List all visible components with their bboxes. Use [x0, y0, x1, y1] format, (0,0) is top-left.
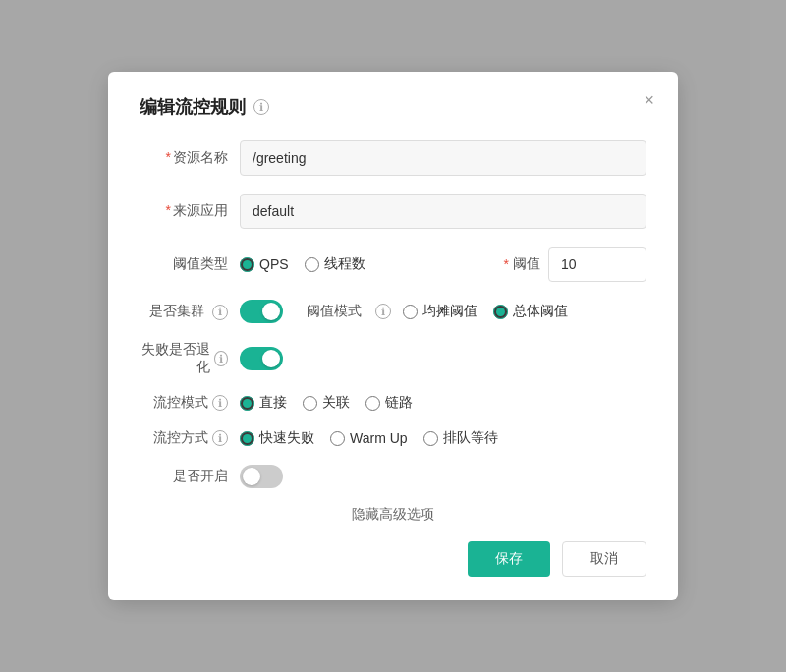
threshold-mode-avg[interactable]: 均摊阈值 — [403, 303, 477, 320]
cluster-toggle[interactable] — [240, 300, 283, 323]
source-app-label: *来源应用 — [140, 202, 228, 220]
enable-label: 是否开启 — [140, 468, 228, 485]
flow-mode-chain-radio[interactable] — [365, 396, 380, 411]
fallback-row: 失败是否退化 ℹ — [140, 341, 646, 376]
required-star: * — [166, 149, 171, 165]
threshold-type-row: 阈值类型 QPS 线程数 * 阈值 — [140, 247, 646, 282]
flow-mode-direct-radio[interactable] — [240, 396, 254, 411]
threshold-value-input[interactable] — [548, 247, 646, 282]
source-app-row: *来源应用 — [140, 194, 646, 229]
flow-mode-row: 流控模式 ℹ 直接 关联 链路 — [140, 394, 646, 412]
flow-effect-queue[interactable]: 排队等待 — [423, 429, 498, 447]
title-info-icon[interactable]: ℹ — [253, 99, 269, 115]
flow-effect-warm-up[interactable]: Warm Up — [330, 430, 408, 446]
cancel-button[interactable]: 取消 — [562, 541, 646, 577]
flow-effect-row: 流控方式 ℹ 快速失败 Warm Up 排队等待 — [140, 429, 646, 447]
cluster-toggle-track — [240, 300, 283, 323]
threshold-mode-total-radio[interactable] — [493, 305, 508, 319]
edit-flow-rule-dialog: 编辑流控规则 ℹ × *资源名称 *来源应用 阈值类型 — [108, 72, 678, 600]
resource-name-input[interactable] — [240, 140, 646, 176]
source-app-input[interactable] — [240, 194, 646, 229]
flow-effect-queue-radio[interactable] — [423, 431, 438, 446]
threshold-value-label: 阈值 — [513, 255, 540, 273]
threshold-mode-label: 阈值模式 — [307, 303, 362, 320]
resource-name-row: *资源名称 — [140, 140, 646, 176]
threshold-mode-group: 均摊阈值 总体阈值 — [403, 303, 568, 320]
dialog-overlay: 编辑流控规则 ℹ × *资源名称 *来源应用 阈值类型 — [0, 0, 786, 672]
flow-mode-chain[interactable]: 链路 — [365, 394, 413, 412]
enable-row: 是否开启 — [140, 465, 646, 488]
cluster-segment: 是否集群 ℹ — [140, 300, 283, 323]
threshold-mode-info-icon[interactable]: ℹ — [375, 304, 391, 319]
flow-effect-fast-fail-radio[interactable] — [240, 431, 254, 446]
threshold-type-thread-radio[interactable] — [305, 257, 319, 272]
close-button[interactable]: × — [644, 91, 654, 109]
save-button[interactable]: 保存 — [468, 541, 550, 577]
required-star-2: * — [166, 202, 171, 218]
threshold-type-label: 阈值类型 — [140, 255, 228, 273]
flow-mode-info-icon[interactable]: ℹ — [212, 395, 228, 411]
hide-advanced-link[interactable]: 隐藏高级选项 — [140, 506, 646, 524]
flow-effect-info-icon[interactable]: ℹ — [212, 430, 228, 446]
cluster-toggle-thumb — [262, 303, 280, 320]
flow-effect-warm-up-radio[interactable] — [330, 431, 345, 446]
fallback-label: 失败是否退化 ℹ — [140, 341, 228, 376]
flow-mode-label: 流控模式 ℹ — [140, 394, 228, 412]
threshold-type-qps[interactable]: QPS — [240, 256, 289, 272]
enable-toggle[interactable] — [240, 465, 283, 488]
flow-mode-direct[interactable]: 直接 — [240, 394, 287, 412]
flow-mode-related-radio[interactable] — [303, 396, 317, 411]
threshold-mode-avg-radio[interactable] — [403, 305, 418, 319]
flow-effect-label: 流控方式 ℹ — [140, 429, 228, 447]
flow-effect-fast-fail[interactable]: 快速失败 — [240, 429, 314, 447]
dialog-header: 编辑流控规则 ℹ × — [140, 95, 646, 119]
cluster-info-icon[interactable]: ℹ — [212, 305, 228, 320]
cluster-row: 是否集群 ℹ 阈值模式 ℹ 均摊阈值 — [140, 300, 646, 323]
threshold-type-group: QPS 线程数 — [240, 255, 365, 273]
threshold-mode-total[interactable]: 总体阈值 — [493, 303, 568, 320]
threshold-required-star: * — [504, 256, 509, 272]
fallback-info-icon[interactable]: ℹ — [214, 351, 228, 366]
fallback-toggle-track — [240, 347, 283, 370]
threshold-type-thread[interactable]: 线程数 — [305, 255, 365, 273]
flow-effect-group: 快速失败 Warm Up 排队等待 — [240, 429, 498, 447]
dialog-footer: 保存 取消 — [140, 541, 646, 577]
resource-name-label: *资源名称 — [140, 149, 228, 167]
cluster-label: 是否集群 ℹ — [140, 303, 228, 320]
enable-toggle-track — [240, 465, 283, 488]
fallback-toggle-thumb — [262, 350, 280, 367]
fallback-toggle[interactable] — [240, 347, 283, 370]
dialog-title: 编辑流控规则 — [140, 95, 246, 119]
flow-mode-related[interactable]: 关联 — [303, 394, 350, 412]
flow-mode-group: 直接 关联 链路 — [240, 394, 413, 412]
enable-toggle-thumb — [243, 468, 260, 485]
threshold-type-qps-radio[interactable] — [240, 257, 254, 272]
